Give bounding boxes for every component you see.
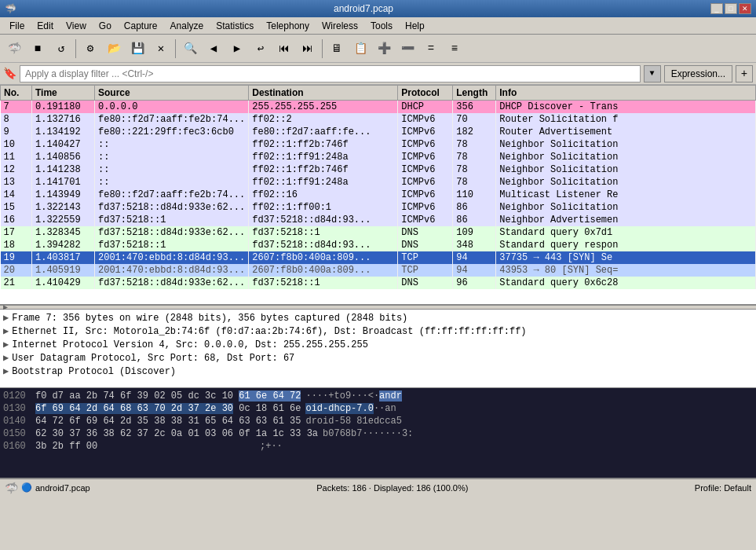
menu-item-file[interactable]: File [3, 19, 31, 33]
colorize-button[interactable]: 🖥 [326, 38, 348, 60]
save-button[interactable]: 💾 [126, 38, 148, 60]
cell-1: 1.141238 [32, 163, 95, 176]
menu-item-help[interactable]: Help [399, 19, 431, 33]
table-row[interactable]: 151.322143fd37:5218::d84d:933e:62...ff02… [1, 201, 756, 214]
last-packet-button[interactable]: ⏭ [297, 38, 319, 60]
hex-bytes: 6f 69 64 2d 64 68 63 70 2d 37 2e 30 0c 1… [35, 403, 301, 414]
menu-item-wireless[interactable]: Wireless [316, 19, 364, 33]
cell-1: 1.403817 [32, 251, 95, 264]
menu-item-statistics[interactable]: Statistics [210, 19, 260, 33]
cell-4: ICMPv6 [398, 176, 453, 189]
table-row[interactable]: 211.410429fd37:5218::d84d:933e:62...fd37… [1, 277, 756, 289]
go-to-packet-button[interactable]: ↩ [250, 38, 272, 60]
status-capture-icon: 🔵 [21, 482, 32, 493]
cell-4: ICMPv6 [398, 163, 453, 176]
packet-list[interactable]: No. Time Source Destination Protocol Len… [0, 85, 756, 305]
zoom-in-button[interactable]: ➕ [373, 38, 395, 60]
display-filter-input[interactable] [20, 65, 641, 82]
detail-row[interactable]: ▶Bootstrap Protocol (Discover) [2, 365, 754, 378]
cell-4: DNS [398, 239, 453, 251]
col-time: Time [32, 86, 95, 101]
table-row[interactable]: 70.1911800.0.0.0255.255.255.255DHCP356DH… [1, 101, 756, 114]
hex-ascii-highlight: andr [379, 390, 402, 402]
capture-options-button[interactable]: ⚙ [79, 38, 101, 60]
detail-row[interactable]: ▶User Datagram Protocol, Src Port: 68, D… [2, 351, 754, 365]
cell-5: 109 [453, 226, 496, 239]
menu-item-capture[interactable]: Capture [118, 19, 164, 33]
table-row[interactable]: 91.134192fe80::221:29ff:fec3:6cb0fe80::f… [1, 126, 756, 138]
table-row[interactable]: 141.143949fe80::f2d7:aaff:fe2b:74...ff02… [1, 189, 756, 201]
cell-6: Standard query 0x7d1 [496, 226, 756, 239]
menu-item-go[interactable]: Go [93, 19, 118, 33]
table-row[interactable]: 191.4038172001:470:ebbd:8:d84d:93...2607… [1, 251, 756, 264]
menu-item-tools[interactable]: Tools [364, 19, 399, 33]
table-row[interactable]: 171.328345fd37:5218::d84d:933e:62...fd37… [1, 226, 756, 239]
cell-4: ICMPv6 [398, 113, 453, 126]
menu-item-edit[interactable]: Edit [31, 19, 60, 33]
detail-row[interactable]: ▶Frame 7: 356 bytes on wire (2848 bits),… [2, 311, 754, 324]
minimize-button[interactable]: _ [710, 3, 723, 14]
zoom-reset-button[interactable]: = [420, 38, 442, 60]
detail-text: Bootstrap Protocol (Discover) [12, 366, 176, 377]
table-row[interactable]: 181.394282fd37:5218::1fd37:5218::d84d:93… [1, 239, 756, 251]
cell-2: fd37:5218::d84d:933e:62... [95, 277, 249, 289]
col-no: No. [1, 86, 32, 101]
zoom-out-button[interactable]: ➖ [396, 38, 418, 60]
toolbar-separator-1 [75, 39, 76, 58]
cell-1: 1.328345 [32, 226, 95, 239]
table-row[interactable]: 81.132716fe80::f2d7:aaff:fe2b:74...ff02:… [1, 113, 756, 126]
hex-offset: 0140 [3, 416, 31, 427]
detail-expand-icon[interactable]: ▶ [3, 339, 9, 350]
maximize-button[interactable]: □ [725, 3, 737, 14]
start-capture-button[interactable]: 🦈 [3, 38, 25, 60]
close-capture-button[interactable]: ✕ [150, 38, 172, 60]
table-row[interactable]: 201.4059192001:470:ebbd:8:d84d:93...2607… [1, 264, 756, 277]
status-left: 🦈 🔵 android7.pcap [5, 482, 90, 494]
cell-0: 18 [1, 239, 32, 251]
hex-bytes: f0 d7 aa 2b 74 6f 39 02 05 dc 3c 10 61 6… [35, 390, 301, 402]
expression-button[interactable]: Expression... [664, 65, 732, 82]
hex-offset: 0130 [3, 403, 31, 414]
cell-1: 1.394282 [32, 239, 95, 251]
cell-6: Standard query respon [496, 239, 756, 251]
detail-expand-icon[interactable]: ▶ [3, 352, 9, 364]
menu-item-telephony[interactable]: Telephony [260, 19, 316, 33]
resize-columns-button[interactable]: ≡ [444, 38, 466, 60]
table-row[interactable]: 131.141701::ff02::1:ff91:248aICMPv678Nei… [1, 176, 756, 189]
cell-5: 86 [453, 214, 496, 226]
filter-dropdown-button[interactable]: ▼ [644, 65, 661, 82]
restart-capture-button[interactable]: ↺ [50, 38, 72, 60]
cell-2: 0.0.0.0 [95, 101, 249, 114]
hex-offset: 0150 [3, 428, 31, 439]
menu-item-view[interactable]: View [60, 19, 93, 33]
cell-4: ICMPv6 [398, 126, 453, 138]
detail-expand-icon[interactable]: ▶ [3, 365, 9, 377]
detail-row[interactable]: ▶Internet Protocol Version 4, Src: 0.0.0… [2, 338, 754, 351]
table-row[interactable]: 101.140427::ff02::1:ff2b:746fICMPv678Nei… [1, 138, 756, 151]
add-filter-button[interactable]: + [736, 65, 753, 82]
shark-icon: 🦈 [5, 482, 18, 494]
table-row[interactable]: 161.322559fd37:5218::1fd37:5218::d84d:93… [1, 214, 756, 226]
close-button[interactable]: ✕ [739, 3, 751, 14]
cell-1: 1.141701 [32, 176, 95, 189]
filter-icon: 🔖 [3, 67, 16, 80]
cell-3: 2607:f8b0:400a:809... [249, 251, 398, 264]
menu-item-analyze[interactable]: Analyze [164, 19, 210, 33]
table-row[interactable]: 111.140856::ff02::1:ff91:248aICMPv678Nei… [1, 151, 756, 163]
cell-5: 96 [453, 277, 496, 289]
find-packet-button[interactable]: 🔍 [179, 38, 201, 60]
auto-scroll-button[interactable]: 📋 [349, 38, 371, 60]
hex-offset: 0160 [3, 441, 31, 452]
first-packet-button[interactable]: ⏮ [273, 38, 295, 60]
detail-row[interactable]: ▶Ethernet II, Src: Motorola_2b:74:6f (f0… [2, 324, 754, 338]
detail-expand-icon[interactable]: ▶ [3, 325, 9, 337]
cell-1: 1.132716 [32, 113, 95, 126]
go-back-button[interactable]: ◀ [203, 38, 225, 60]
table-row[interactable]: 121.141238::ff02::1:ff2b:746fICMPv678Nei… [1, 163, 756, 176]
cell-3: ff02::1:ff91:248a [249, 176, 398, 189]
detail-expand-icon[interactable]: ▶ [3, 312, 9, 324]
go-forward-button[interactable]: ▶ [226, 38, 248, 60]
stop-capture-button[interactable]: ■ [27, 38, 49, 60]
cell-3: 255.255.255.255 [249, 101, 398, 114]
open-button[interactable]: 📂 [103, 38, 125, 60]
